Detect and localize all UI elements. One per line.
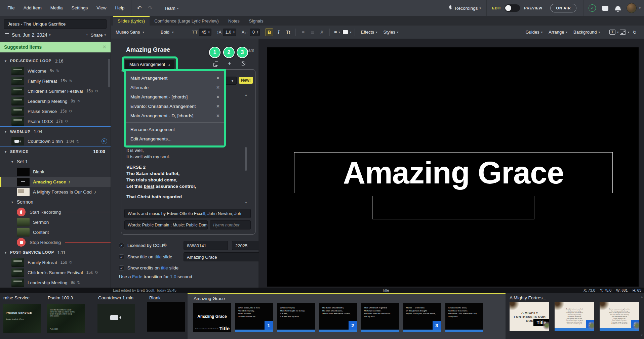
transition-duration-link[interactable]: 1.0 (170, 274, 176, 279)
list-item[interactable]: Psalm 100:3 ♪ 17s ↻ ▶ (0, 116, 111, 126)
lyric-slide-thumbnail[interactable]: When peace, like a river, Attendeth my w… (235, 303, 273, 332)
list-item[interactable]: Welcome ♪ 5s ↻ ▶ (0, 66, 111, 76)
delete-arrangement-icon[interactable]: ✕ (216, 113, 220, 118)
list-item[interactable]: Leadership Meeting ♪ 9s ↻ ▶ (0, 278, 111, 288)
list-item[interactable]: ▾ Sermon ♪ ↻ ▶ (0, 197, 111, 207)
lyric-slide-thumbnail[interactable]: Is nailed to the cross, And I bear it no… (445, 303, 483, 332)
guides-button[interactable]: Guides▾ (526, 30, 543, 35)
show-credits-checkbox[interactable]: ✓ (119, 265, 124, 270)
list-item[interactable]: Sermon ♪ ↻ ▶ (0, 217, 111, 227)
chevron-down-icon[interactable]: ▾ (49, 33, 51, 37)
list-item[interactable]: Stop Recording ♪ ↻ ▶ (0, 237, 111, 247)
list-item[interactable]: Countdown 1 min ♪ 1:04 ↻ ▶ (0, 136, 111, 146)
arrangement-menu-action[interactable]: Rename Arrangement (126, 125, 224, 134)
ccli-checkbox[interactable]: ✓ (119, 243, 124, 248)
presentation-title-input[interactable] (4, 19, 107, 29)
lyric-slide-thumbnail[interactable]: Tho Satan should buffet, Tho trials shou… (319, 303, 357, 332)
lyric-slide-thumbnail[interactable]: Did we in our own strength confide Our s… (600, 302, 639, 331)
numbered-list-icon[interactable]: ≣ (309, 28, 317, 36)
effects-button[interactable]: Effects▾ (361, 30, 377, 35)
rotate-icon[interactable]: ↻ (631, 28, 639, 36)
slide-canvas[interactable]: Amazing Grace (267, 47, 639, 287)
arrangement-menu-item[interactable]: Main Arrangement - D, [chords] ✕ (126, 111, 224, 120)
list-item[interactable]: Children's Summer Festival ♪ 15s ↻ ▶ (0, 267, 111, 278)
menu-file[interactable]: File (3, 0, 19, 16)
slide-thumbnail[interactable] (147, 302, 185, 332)
list-item[interactable]: Amazing Grace ♪ ↻ ▶ (0, 177, 111, 187)
team-menu[interactable]: Team▾ (161, 6, 182, 11)
insert-textbox-button[interactable]: T▾ (609, 28, 619, 36)
add-arrangement-icon[interactable]: + (226, 60, 233, 67)
editor-tab[interactable]: Slides (Lyrics) (113, 16, 150, 26)
service-date[interactable]: Sun, Jun 2, 2024 (12, 32, 47, 38)
arrangement-menu-item[interactable]: Alternate ✕ (126, 83, 224, 92)
arrangement-dropdown-button[interactable]: Main Arrangement▴ (125, 60, 174, 69)
list-item[interactable]: ▾ SERVICE ♪ ↻ 10:00 ▶ (0, 146, 111, 157)
slide-thumbnail[interactable]: Know that the LORD, he is God! It is he … (47, 304, 85, 333)
copyright-field[interactable]: Words: Public Domain ; Music: Public Dom… (124, 220, 208, 229)
share-button[interactable]: ↑ Share ▾ (85, 33, 106, 38)
lyric-slide-thumbnail[interactable]: That Christ hath regarded My helpless es… (361, 303, 399, 332)
list-item[interactable]: Leadership Meeting ♪ 9s ↻ ▶ (0, 96, 111, 106)
edit-preview-toggle[interactable] (505, 4, 520, 12)
text-color-button[interactable]: ▾ (343, 28, 352, 36)
lyrics-editor[interactable]: It is well, It is well with my soul. VER… (126, 147, 237, 200)
notifications-button[interactable] (613, 4, 622, 12)
bullet-list-icon[interactable]: ≡ (299, 28, 307, 36)
scroll-up-icon[interactable]: ▲ (640, 295, 643, 298)
delete-arrangement-icon[interactable]: ✕ (216, 76, 220, 81)
title-text-field[interactable]: Amazing Grace (184, 252, 261, 261)
title-link[interactable]: title (155, 254, 162, 259)
clear-format-icon[interactable]: ✗ (318, 28, 326, 36)
lyric-slide-thumbnail[interactable]: A mighty fortress is our God A bulwark n… (555, 302, 594, 331)
lyrics-scrollbar[interactable]: ▲ ▼ (244, 93, 248, 204)
font-family-select[interactable]: Museo Sans▾ (116, 30, 156, 35)
text-case-button[interactable]: Tt (284, 28, 292, 36)
list-item[interactable]: Blank ♪ ↻ ▶ (0, 167, 111, 177)
menu-settings[interactable]: Settings (68, 0, 92, 16)
menu-view[interactable]: View (92, 0, 110, 16)
menu-add-item[interactable]: Add Item (19, 0, 46, 16)
scroll-up-icon[interactable]: ▲ (244, 93, 248, 96)
play-button[interactable]: ▶ (102, 138, 107, 144)
scrollbar-thumb[interactable] (245, 147, 247, 171)
redo-icon[interactable]: ↷ (145, 5, 155, 12)
title-slide-thumbnail[interactable]: A MIGHTY FORTRESS IS OUR GOD Title (510, 302, 549, 331)
user-avatar[interactable] (627, 3, 637, 13)
background-button[interactable]: Background▾ (573, 30, 600, 35)
list-item[interactable]: Content ♪ ↻ ▶ (0, 227, 111, 237)
authors-field[interactable]: Words and music by Edwin Othello Excell;… (124, 209, 251, 218)
text-align-button[interactable]: ≡▾ (333, 28, 341, 36)
ccli-year-field[interactable]: 22025 (232, 241, 261, 250)
title-link[interactable]: title (161, 265, 168, 270)
list-item[interactable]: Family Retreat ♪ 15s ↻ ▶ (0, 76, 111, 86)
list-item[interactable]: ▾ WARM-UP ♪ 1:04 ↻ ▶ (0, 126, 111, 136)
sync-status-button[interactable]: ✓ (588, 4, 597, 12)
sidebar-scrollbar[interactable] (108, 59, 110, 87)
title-textbox[interactable]: Amazing Grace (294, 152, 613, 193)
chevron-down-icon[interactable]: ▾ (11, 200, 17, 204)
chevron-down-icon[interactable]: ▾ (5, 59, 10, 63)
suggested-items-banner[interactable]: Suggested Items ✕ (0, 42, 111, 52)
ccli-number-field[interactable]: 88880141 (184, 241, 228, 250)
chevron-down-icon[interactable]: ▾ (5, 150, 10, 154)
line-height-stepper[interactable]: 1.0▲▼ (223, 29, 236, 36)
font-style-select[interactable]: Bold▾ (161, 30, 186, 35)
on-air-button[interactable]: ON AIR (550, 4, 576, 12)
chevron-down-icon[interactable]: ▾ (5, 130, 10, 133)
lyric-slide-thumbnail[interactable]: My sin — O the bliss Of this glorious th… (403, 303, 441, 332)
styles-button[interactable]: Styles▾ (384, 30, 399, 35)
chevron-down-icon[interactable]: ▾ (639, 6, 641, 10)
show-title-checkbox[interactable]: ✓ (119, 254, 124, 259)
list-item[interactable]: ▾ POST-SERVICE LOOP ♪ 1:11 ↻ ▶ (0, 247, 111, 257)
scroll-down-icon[interactable]: ▼ (640, 334, 643, 337)
transpose-icon[interactable]: ⇄ (165, 47, 169, 53)
italic-button[interactable]: I (275, 28, 283, 36)
delete-arrangement-icon[interactable]: ✕ (216, 94, 220, 99)
close-icon[interactable]: ✕ (102, 44, 107, 50)
list-item[interactable]: A Mighty Fortress Is Our God ♪ ↻ ▶ (0, 187, 111, 197)
list-item[interactable]: ▾ PRE-SERVICE LOOP ♪ 1:16 ↻ ▶ (0, 56, 111, 66)
editor-tab[interactable]: Confidence (Large Lyric Preview) (150, 16, 224, 26)
delete-arrangement-icon[interactable]: ✕ (216, 85, 220, 90)
recordings-button[interactable]: Recordings▾ (446, 5, 484, 11)
